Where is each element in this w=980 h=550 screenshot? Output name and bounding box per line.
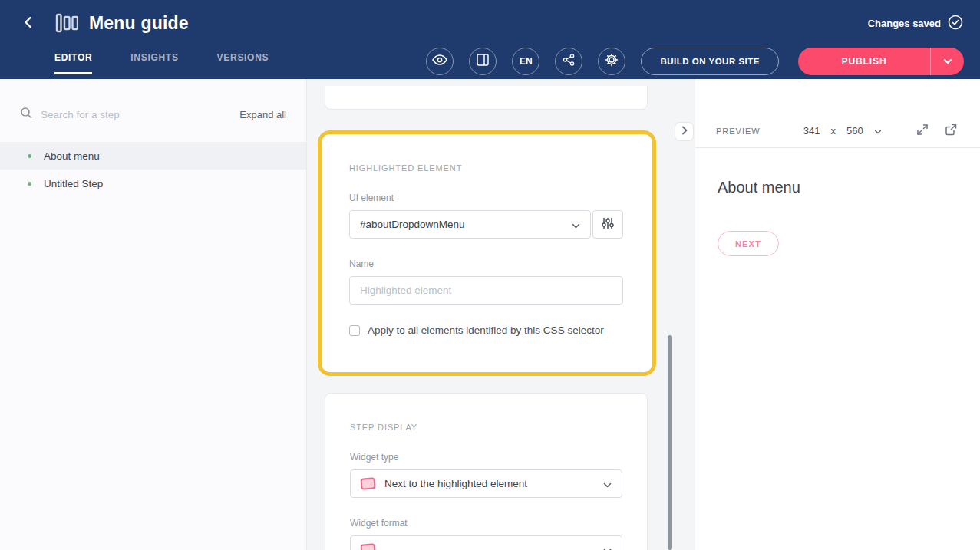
widget-type-label: Widget type [350, 452, 622, 463]
changes-saved-status: Changes saved [868, 15, 963, 32]
selector-settings-button[interactable] [592, 210, 623, 239]
publish-dropdown-button[interactable] [930, 48, 964, 75]
preview-step-title: About menu [718, 179, 980, 196]
publish-button-group: PUBLISH [798, 48, 964, 75]
fullscreen-preview-button[interactable] [916, 124, 929, 138]
chevron-left-icon [21, 15, 35, 31]
app-logo-icon [55, 13, 78, 33]
step-dot-icon [28, 182, 31, 186]
steps-sidebar: Expand all About menu Untitled Step [0, 79, 307, 550]
apply-all-row[interactable]: Apply to all elements identified by this… [349, 324, 623, 336]
step-item-about-menu[interactable]: About menu [0, 142, 306, 170]
chevron-down-icon [603, 543, 612, 550]
scrolled-card-partial [325, 86, 648, 110]
check-circle-icon [948, 15, 963, 32]
preview-next-button[interactable]: NEXT [718, 231, 779, 256]
sliders-icon [602, 217, 614, 232]
step-item-untitled-step[interactable]: Untitled Step [0, 170, 306, 197]
apply-all-label: Apply to all elements identified by this… [368, 324, 604, 336]
chevron-down-icon [572, 218, 580, 232]
page-title: Menu guide [89, 13, 189, 34]
publish-button[interactable]: PUBLISH [798, 48, 930, 75]
topbar-tabs: EDITOR INSIGHTS VERSIONS [54, 43, 269, 79]
apply-all-checkbox[interactable] [349, 325, 360, 336]
build-on-your-site-button[interactable]: BUILD ON YOUR SITE [641, 48, 779, 75]
step-display-card: STEP DISPLAY Widget type Next to the hig… [325, 393, 648, 550]
preview-label: PREVIEW [716, 127, 761, 136]
changes-saved-label: Changes saved [868, 18, 941, 29]
step-editor: HIGHLIGHTED ELEMENT UI element #aboutDro… [307, 79, 695, 550]
editor-scrollbar[interactable] [668, 335, 672, 550]
main-body: Expand all About menu Untitled Step HIGH… [0, 79, 980, 550]
collapse-preview-button[interactable] [675, 122, 694, 141]
chevron-down-icon [874, 125, 882, 137]
eye-icon [432, 54, 447, 68]
card-title: STEP DISPLAY [350, 423, 622, 432]
topbar-actions: EN [426, 43, 964, 79]
preview-height-value: 560 [846, 125, 863, 137]
preview-header: PREVIEW 341 x 560 [695, 114, 980, 148]
expand-all-button[interactable]: Expand all [239, 109, 286, 120]
language-label: EN [520, 56, 533, 67]
ui-element-row: #aboutDropdownMenu [349, 210, 623, 239]
preview-eye-button[interactable] [426, 48, 454, 75]
tab-insights[interactable]: INSIGHTS [130, 43, 178, 74]
gear-icon [605, 53, 619, 69]
ui-element-label: UI element [349, 193, 623, 203]
widget-type-row: Next to the highlighted element [350, 469, 622, 498]
settings-button[interactable] [598, 48, 625, 75]
topbar-title-row: Menu guide Changes saved [0, 0, 980, 43]
widget-format-label: Widget format [350, 518, 622, 529]
ui-element-value: #aboutDropdownMenu [360, 219, 572, 230]
layout-panel-icon [477, 54, 489, 68]
tooltip-widget-icon [360, 543, 375, 550]
sidebar-header: Expand all [0, 79, 306, 122]
search-icon [20, 107, 32, 122]
chevron-down-icon [943, 55, 952, 67]
layout-button[interactable] [469, 48, 497, 75]
step-item-label: About menu [44, 150, 100, 162]
share-button[interactable] [555, 48, 582, 75]
step-search [20, 107, 239, 122]
external-link-icon [945, 124, 957, 138]
step-list: About menu Untitled Step [0, 142, 306, 197]
language-button[interactable]: EN [512, 48, 539, 75]
topbar-tabs-row: EDITOR INSIGHTS VERSIONS EN [0, 43, 980, 79]
preview-size-selector[interactable]: 341 x 560 [803, 125, 882, 137]
tooltip-widget-icon [360, 477, 375, 490]
chevron-down-icon [603, 477, 612, 491]
share-icon [563, 54, 575, 68]
ui-element-select[interactable]: #aboutDropdownMenu [349, 210, 591, 239]
preview-size-separator: x [830, 125, 836, 137]
card-title: HIGHLIGHTED ELEMENT [349, 163, 623, 173]
step-item-label: Untitled Step [44, 178, 103, 189]
search-step-input[interactable] [41, 109, 171, 120]
preview-panel: PREVIEW 341 x 560 [695, 79, 980, 550]
open-in-new-window-button[interactable] [945, 124, 957, 138]
preview-header-icons [916, 124, 957, 138]
widget-format-row [350, 535, 622, 550]
chevron-right-icon [681, 126, 688, 137]
highlighted-element-name-input[interactable] [349, 276, 623, 305]
widget-format-select[interactable] [350, 535, 622, 550]
tab-editor[interactable]: EDITOR [54, 43, 92, 74]
tab-versions[interactable]: VERSIONS [217, 43, 269, 74]
topbar: Menu guide Changes saved EDITOR INSIGHTS… [0, 0, 980, 79]
app-window: Menu guide Changes saved EDITOR INSIGHTS… [0, 0, 980, 550]
highlighted-element-card: HIGHLIGHTED ELEMENT UI element #aboutDro… [318, 130, 656, 376]
widget-type-select[interactable]: Next to the highlighted element [350, 469, 622, 498]
preview-body: About menu NEXT [695, 148, 980, 256]
expand-icon [916, 124, 929, 138]
step-dot-icon [28, 154, 31, 158]
widget-type-value: Next to the highlighted element [384, 478, 603, 489]
name-label: Name [349, 259, 623, 269]
preview-width-value: 341 [803, 125, 820, 137]
back-button[interactable] [21, 15, 35, 31]
